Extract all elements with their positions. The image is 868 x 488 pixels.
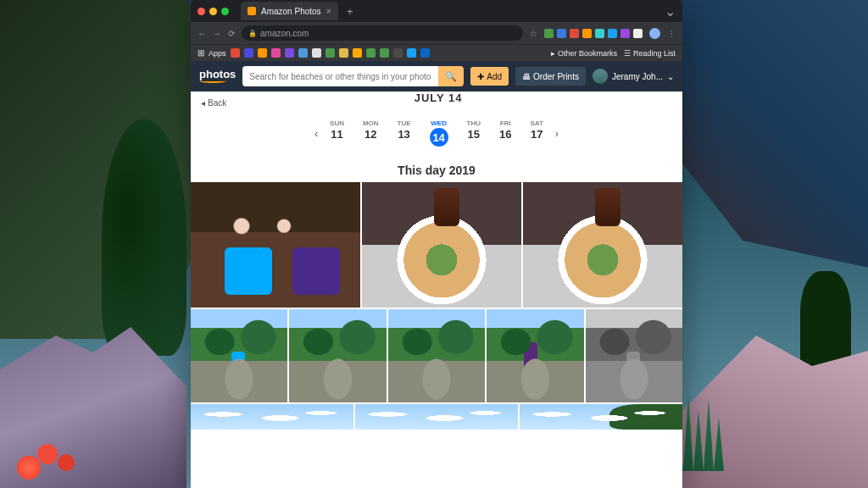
bookmark-bar: ⊞ Apps ▸ Other Bookmarks ☰ Reading List (191, 44, 682, 61)
photo-thumbnail[interactable] (487, 309, 583, 402)
bookmark-favicon[interactable] (244, 48, 253, 58)
extension-icon[interactable] (620, 29, 630, 38)
photo-thumbnail[interactable] (362, 182, 521, 308)
tab-overflow-icon[interactable]: ⌄ (665, 3, 676, 19)
extension-icon[interactable] (582, 29, 592, 38)
url-text: amazon.com (260, 29, 309, 38)
browser-tab[interactable]: Amazon Photos × (241, 2, 338, 20)
browser-tabbar: Amazon Photos × + ⌄ (191, 0, 682, 22)
apps-icon[interactable]: ⊞ (198, 48, 204, 58)
order-prints-button[interactable]: 🖶 Order Prints (515, 67, 586, 86)
bookmark-favicon[interactable] (420, 48, 430, 58)
nav-forward-icon[interactable]: → (213, 29, 221, 38)
maximize-window-button[interactable] (221, 8, 229, 15)
window-controls (198, 8, 229, 15)
back-button[interactable]: ◂ Back (191, 92, 236, 114)
day-of-week: WED (430, 119, 448, 127)
bookmark-favicon[interactable] (312, 48, 321, 58)
bookmark-favicon[interactable] (231, 48, 240, 58)
close-window-button[interactable] (198, 8, 205, 15)
photo-thumbnail[interactable] (191, 182, 360, 308)
calendar-day[interactable]: TUE13 (398, 119, 411, 147)
calendar-next-button[interactable]: › (552, 127, 562, 140)
star-icon[interactable]: ☆ (530, 29, 537, 38)
back-arrow-icon: ◂ (201, 98, 205, 108)
bookmark-favicon[interactable] (380, 48, 389, 58)
day-number: 14 (430, 128, 448, 147)
bookmark-favicon[interactable] (366, 48, 376, 58)
bookmark-favicon[interactable] (407, 48, 416, 58)
search-button[interactable]: 🔍 (438, 66, 464, 86)
photo-thumbnail[interactable] (388, 309, 485, 402)
bookmark-favicon[interactable] (339, 48, 348, 58)
year-section-title: This day 2019 (191, 158, 682, 182)
apps-label[interactable]: Apps (209, 49, 226, 58)
minimize-window-button[interactable] (209, 8, 217, 15)
new-tab-button[interactable]: + (343, 5, 357, 18)
day-of-week: THU (467, 119, 481, 127)
day-of-week: MON (363, 119, 379, 127)
calendar-day[interactable]: FRI16 (499, 119, 511, 147)
day-number: 17 (531, 128, 543, 141)
bookmark-favicon[interactable] (258, 48, 267, 58)
calendar-day[interactable]: MON12 (363, 119, 379, 147)
search-icon: 🔍 (445, 71, 457, 82)
photo-row (191, 404, 682, 430)
browser-window: Amazon Photos × + ⌄ ← → ⟳ 🔒 amazon.com ☆… (191, 0, 682, 488)
day-number: 15 (467, 128, 481, 141)
calendar-day[interactable]: SAT17 (531, 119, 543, 147)
calendar-strip: ‹ SUN11MON12TUE13WED14THU15FRI16SAT17 › (191, 114, 682, 158)
photo-thumbnail[interactable] (520, 404, 682, 430)
extension-icon[interactable] (608, 29, 617, 38)
browser-urlbar: ← → ⟳ 🔒 amazon.com ☆ ⋮ (191, 22, 682, 44)
nav-reload-icon[interactable]: ⟳ (228, 29, 235, 38)
plus-icon: ✚ (477, 72, 484, 81)
tab-title: Amazon Photos (261, 7, 321, 16)
extension-icon[interactable] (595, 29, 604, 38)
prints-icon: 🖶 (522, 72, 531, 81)
bookmark-favicon[interactable] (298, 48, 308, 58)
reading-list[interactable]: ☰ Reading List (624, 49, 676, 58)
profile-icon[interactable] (649, 28, 660, 39)
app-header: photos 🔍 ✚ Add 🖶 Order Prints Jeramy Joh… (191, 61, 682, 92)
photo-thumbnail[interactable] (191, 309, 287, 402)
extension-icon[interactable] (557, 29, 566, 38)
photo-thumbnail[interactable] (523, 182, 682, 308)
photo-thumbnail[interactable] (191, 404, 353, 430)
day-of-week: SAT (531, 119, 543, 127)
bookmark-favicon[interactable] (285, 48, 294, 58)
bookmark-favicon[interactable] (393, 48, 403, 58)
add-button[interactable]: ✚ Add (470, 67, 509, 86)
bookmark-favicon[interactable] (353, 48, 362, 58)
day-of-week: TUE (398, 119, 411, 127)
chevron-down-icon: ⌄ (667, 72, 674, 81)
photo-thumbnail[interactable] (289, 309, 386, 402)
bookmark-favicon[interactable] (271, 48, 281, 58)
photo-thumbnail[interactable] (586, 309, 682, 402)
calendar-day[interactable]: THU15 (467, 119, 481, 147)
extension-icon[interactable] (544, 29, 554, 38)
avatar (593, 69, 608, 84)
tab-close-icon[interactable]: × (326, 6, 331, 16)
day-number: 16 (499, 128, 511, 141)
calendar-day[interactable]: WED14 (430, 119, 448, 147)
calendar-prev-button[interactable]: ‹ (311, 127, 321, 140)
other-bookmarks[interactable]: ▸ Other Bookmarks (551, 49, 617, 58)
user-menu[interactable]: Jeramy Joh... ⌄ (593, 69, 674, 84)
extension-icon[interactable] (570, 29, 579, 38)
photo-thumbnail[interactable] (355, 404, 518, 430)
photo-row (191, 182, 682, 308)
calendar-day[interactable]: SUN11 (330, 119, 344, 147)
nav-back-icon[interactable]: ← (198, 29, 206, 38)
day-of-week: FRI (499, 119, 511, 127)
app-logo[interactable]: photos (199, 69, 236, 84)
search-bar: 🔍 (242, 66, 464, 86)
extension-icon[interactable] (633, 29, 643, 38)
day-number: 11 (330, 128, 344, 141)
search-input[interactable] (242, 66, 438, 86)
bookmark-favicon[interactable] (326, 48, 335, 58)
day-number: 13 (398, 128, 411, 141)
scroll-content[interactable]: ◂ Back JULY 14 ‹ SUN11MON12TUE13WED14THU… (191, 92, 682, 488)
address-bar[interactable]: 🔒 amazon.com (242, 25, 523, 41)
browser-menu-icon[interactable]: ⋮ (667, 29, 676, 38)
